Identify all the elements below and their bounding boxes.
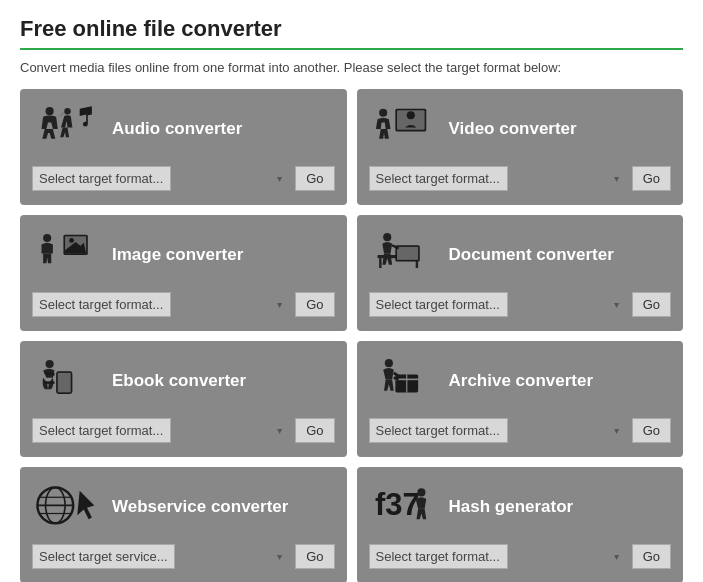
page-subtitle: Convert media files online from one form… bbox=[20, 60, 683, 75]
hash-go-button[interactable]: Go bbox=[632, 544, 671, 569]
svg-rect-15 bbox=[397, 246, 418, 259]
video-icon bbox=[369, 101, 439, 156]
document-select-wrapper: Select target format... bbox=[369, 292, 626, 317]
archive-card-title: Archive converter bbox=[449, 371, 594, 391]
audio-icon bbox=[32, 101, 102, 156]
svg-point-10 bbox=[383, 233, 391, 241]
webservice-card-controls: Select target service... Go bbox=[32, 544, 335, 569]
image-card-header: Image converter bbox=[32, 227, 335, 282]
archive-select-wrapper: Select target format... bbox=[369, 418, 626, 443]
svg-rect-12 bbox=[379, 258, 381, 268]
document-converter-card: Document converter Select target format.… bbox=[357, 215, 684, 331]
video-select-wrapper: Select target format... bbox=[369, 166, 626, 191]
archive-go-button[interactable]: Go bbox=[632, 418, 671, 443]
page-title: Free online file converter bbox=[20, 16, 683, 42]
webservice-icon bbox=[32, 479, 102, 534]
svg-point-4 bbox=[407, 111, 415, 119]
title-divider bbox=[20, 48, 683, 50]
webservice-card-header: Webservice converter bbox=[32, 479, 335, 534]
image-card-controls: Select target format... Go bbox=[32, 292, 335, 317]
document-format-select[interactable]: Select target format... bbox=[369, 292, 508, 317]
audio-card-controls: Select target format... Go bbox=[32, 166, 335, 191]
svg-point-1 bbox=[64, 107, 71, 114]
archive-converter-card: Archive converter Select target format..… bbox=[357, 341, 684, 457]
audio-card-title: Audio converter bbox=[112, 119, 242, 139]
audio-card-header: Audio converter bbox=[32, 101, 335, 156]
ebook-select-wrapper: Select target format... bbox=[32, 418, 289, 443]
ebook-card-header: Ebook converter bbox=[32, 353, 335, 408]
archive-icon bbox=[369, 353, 439, 408]
video-card-title: Video converter bbox=[449, 119, 577, 139]
ebook-converter-card: Ebook converter Select target format... … bbox=[20, 341, 347, 457]
hash-card-header: f37 Hash generator bbox=[369, 479, 672, 534]
webservice-converter-card: Webservice converter Select target servi… bbox=[20, 467, 347, 582]
svg-text:f37: f37 bbox=[375, 487, 420, 522]
image-select-wrapper: Select target format... bbox=[32, 292, 289, 317]
image-converter-card: Image converter Select target format... … bbox=[20, 215, 347, 331]
hash-generator-card: f37 Hash generator Select target format.… bbox=[357, 467, 684, 582]
svg-point-19 bbox=[385, 359, 393, 367]
svg-point-5 bbox=[379, 108, 387, 116]
document-card-title: Document converter bbox=[449, 245, 614, 265]
document-card-header: Document converter bbox=[369, 227, 672, 282]
video-go-button[interactable]: Go bbox=[632, 166, 671, 191]
svg-rect-18 bbox=[57, 372, 70, 392]
archive-card-controls: Select target format... Go bbox=[369, 418, 672, 443]
ebook-card-title: Ebook converter bbox=[112, 371, 246, 391]
webservice-card-title: Webservice converter bbox=[112, 497, 288, 517]
audio-go-button[interactable]: Go bbox=[295, 166, 334, 191]
hash-select-wrapper: Select target format... bbox=[369, 544, 626, 569]
ebook-go-button[interactable]: Go bbox=[295, 418, 334, 443]
svg-point-8 bbox=[69, 237, 74, 242]
document-card-controls: Select target format... Go bbox=[369, 292, 672, 317]
ebook-icon bbox=[32, 353, 102, 408]
document-icon bbox=[369, 227, 439, 282]
converter-grid: Audio converter Select target format... … bbox=[20, 89, 683, 582]
video-format-select[interactable]: Select target format... bbox=[369, 166, 508, 191]
svg-point-16 bbox=[45, 359, 53, 367]
hash-format-select[interactable]: Select target format... bbox=[369, 544, 508, 569]
webservice-service-select[interactable]: Select target service... bbox=[32, 544, 175, 569]
ebook-card-controls: Select target format... Go bbox=[32, 418, 335, 443]
audio-format-select[interactable]: Select target format... bbox=[32, 166, 171, 191]
image-format-select[interactable]: Select target format... bbox=[32, 292, 171, 317]
svg-point-0 bbox=[45, 107, 53, 115]
archive-card-header: Archive converter bbox=[369, 353, 672, 408]
webservice-select-wrapper: Select target service... bbox=[32, 544, 289, 569]
document-go-button[interactable]: Go bbox=[632, 292, 671, 317]
ebook-format-select[interactable]: Select target format... bbox=[32, 418, 171, 443]
audio-select-wrapper: Select target format... bbox=[32, 166, 289, 191]
video-card-header: Video converter bbox=[369, 101, 672, 156]
audio-converter-card: Audio converter Select target format... … bbox=[20, 89, 347, 205]
svg-point-29 bbox=[417, 488, 425, 496]
image-go-button[interactable]: Go bbox=[295, 292, 334, 317]
hash-card-title: Hash generator bbox=[449, 497, 574, 517]
video-card-controls: Select target format... Go bbox=[369, 166, 672, 191]
video-converter-card: Video converter Select target format... … bbox=[357, 89, 684, 205]
webservice-go-button[interactable]: Go bbox=[295, 544, 334, 569]
image-card-title: Image converter bbox=[112, 245, 243, 265]
image-icon bbox=[32, 227, 102, 282]
archive-format-select[interactable]: Select target format... bbox=[369, 418, 508, 443]
hash-icon: f37 bbox=[369, 479, 439, 534]
svg-point-9 bbox=[43, 233, 51, 241]
hash-card-controls: Select target format... Go bbox=[369, 544, 672, 569]
